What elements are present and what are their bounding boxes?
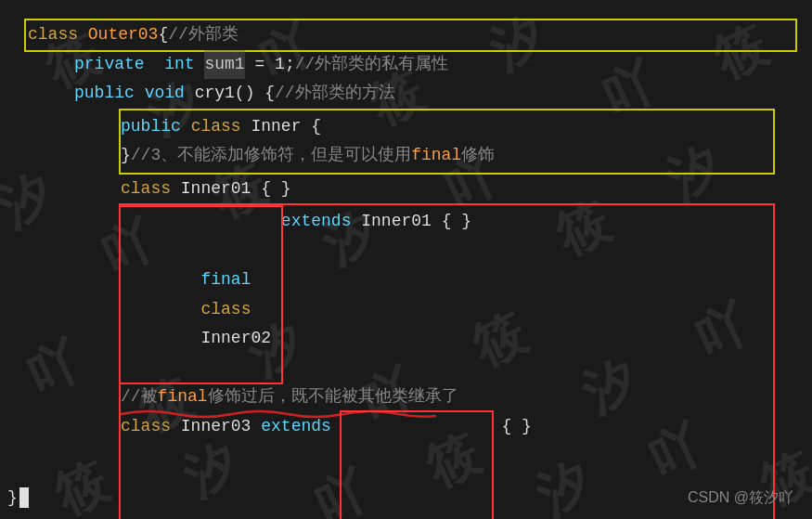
keyword-final-comment: final — [158, 383, 208, 412]
keyword-final-inline: final — [411, 141, 461, 171]
classname-inner03: Inner03 — [181, 412, 261, 442]
keyword-class-inner02: class — [200, 300, 261, 318]
comment-private-attr: //外部类的私有属性 — [295, 50, 449, 80]
keyword-private: private — [74, 50, 164, 80]
brace-cursor-left: } — [7, 488, 18, 507]
keyword-class-inner: class — [191, 112, 251, 142]
brace-pair: { } — [492, 412, 532, 442]
code-line-9: class Inner03 extends Inner02 { } — [28, 412, 793, 520]
comment-final-after2: 修饰过后，既不能被其他类继承了 — [208, 383, 458, 412]
keyword-final: final — [200, 270, 261, 289]
keyword-extends-2: extends — [261, 412, 341, 442]
keyword-class-inner03: class — [121, 412, 181, 442]
classname-outer03: Outer03 — [88, 20, 159, 50]
cursor-block — [19, 487, 29, 508]
keyword-public-void: public — [74, 79, 145, 109]
keyword-int: int — [164, 50, 204, 80]
code-line-6: class Inner01 { } — [28, 175, 793, 204]
code-line-1: class Outer03 { //外部类 — [28, 20, 793, 50]
comment-outer: //外部类 — [168, 20, 238, 50]
keyword-class-inner01: class — [121, 175, 181, 204]
comment-method: //外部类的方法 — [275, 79, 395, 109]
csdn-credit: CSDN @筱汐吖 — [688, 488, 793, 508]
red-box-inner02-ref — [340, 410, 494, 520]
left-bar: } — [7, 0, 29, 519]
code-line-5: } //3、不能添加修饰符，但是可以使用 final 修饰 — [28, 141, 793, 175]
keyword-public-class: public — [121, 112, 191, 142]
classname-inner01: Inner01 { } — [181, 175, 291, 204]
code-line-2: private int sum1 = 1 ; //外部类的私有属性 — [28, 50, 793, 80]
red-box-final-class — [119, 205, 283, 384]
brace-close-inner: } — [121, 141, 131, 171]
keyword-class: class — [28, 20, 88, 50]
code-line-7: final class Inner02 extends Inner01 { } — [28, 203, 793, 383]
comment-final-note2: 修饰 — [461, 141, 495, 171]
code-line-3: public void cry1() { //外部类的方法 — [28, 79, 793, 109]
classname-inner: Inner { — [251, 112, 321, 142]
classname-inner02: Inner02 — [200, 329, 280, 347]
brace-open: { — [158, 20, 168, 50]
keyword-extends: extends — [281, 207, 361, 237]
assign: = — [245, 50, 275, 80]
comment-final-note: //3、不能添加修饰符，但是可以使用 — [131, 141, 411, 171]
keyword-void: void — [145, 79, 195, 109]
code-line-4: public class Inner { — [28, 109, 793, 142]
var-sum1: sum1 — [204, 50, 244, 80]
method-cry1: cry1() { — [195, 79, 275, 109]
code-area: class Outer03 { //外部类 private int sum1 =… — [0, 0, 812, 519]
comment-final-after: //被 — [121, 383, 158, 412]
classname-inner01-ref: Inner01 { } — [361, 207, 471, 237]
code-line-8: //被 final 修饰过后，既不能被其他类继承了 — [28, 383, 793, 412]
semicolon: ; — [285, 50, 295, 80]
number-1: 1 — [275, 50, 285, 80]
